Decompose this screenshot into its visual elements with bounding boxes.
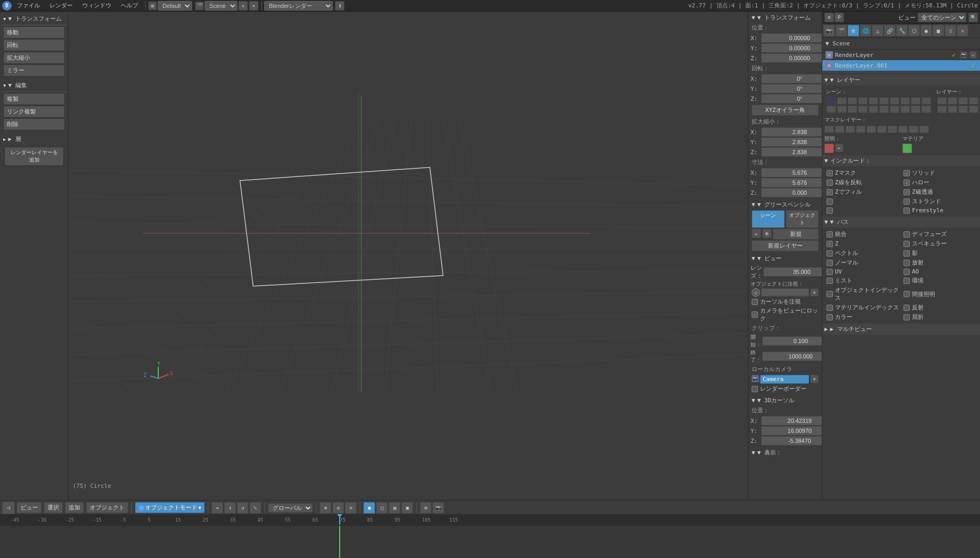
prop-world-icon[interactable]: 🌐 [860,25,871,36]
link-duplicate-btn[interactable]: リンク複製 [3,106,65,118]
grease-edit-btn[interactable]: ⊕ [762,229,772,238]
strand-cb[interactable] [904,198,910,205]
z-cb[interactable] [827,241,833,247]
include-section[interactable]: ▼ インクルード： [822,155,980,166]
camera-btn2[interactable]: 📷 [433,502,444,514]
camera-value[interactable]: Camera [760,375,809,384]
mask-2[interactable] [846,126,855,133]
pos-y-input[interactable] [761,43,822,53]
manipulator-toggle[interactable]: ↔ [212,502,223,514]
zinvert-cb[interactable] [827,179,833,186]
multiview-section[interactable]: ▶ ▶ マルチビュー [822,324,980,335]
toggle-panel-btn[interactable]: ◁ [2,502,15,514]
close-scene-btn[interactable]: × [249,1,258,11]
pos-z-input[interactable] [761,53,822,63]
mask-9[interactable] [919,126,929,133]
dim-x-input[interactable] [761,168,822,177]
scene-layer-4[interactable] [869,97,878,105]
engine-selector[interactable]: Blenderレンダー [264,1,333,11]
ztransp-cb[interactable] [904,189,910,195]
duplicate-btn[interactable]: 複製 [3,93,65,105]
prop-renderlayer-icon[interactable]: ⊞ [848,25,859,36]
dim-z-input[interactable] [761,188,822,197]
overlay-btn[interactable]: ⊞ [420,502,431,514]
normal-cb[interactable] [827,260,833,266]
delete-btn[interactable]: 削除 [3,118,65,130]
select-menu-btn[interactable]: 選択 [44,502,63,513]
diffuse-cb[interactable] [904,231,910,238]
rl-camera-0[interactable]: 📷 [960,51,967,59]
pos-x-input[interactable] [761,33,822,43]
freestyle-cb[interactable] [904,207,910,214]
prop-modifier-icon[interactable]: 🔧 [896,25,908,36]
scene-layer-10[interactable] [827,106,836,113]
look-at-toggle[interactable]: ○ [752,288,760,297]
objidx-cb[interactable] [827,291,833,297]
grease-object-btn[interactable]: オブジェクト [786,210,819,228]
mask-3[interactable] [856,126,866,133]
shadow-cb[interactable] [904,250,910,257]
rot-z-input[interactable] [761,94,822,103]
scene-layer-3[interactable] [858,97,868,105]
transform-section-header[interactable]: ▼ ▼ トランスフォーム [1,14,67,24]
scene-layer-2[interactable] [848,97,857,105]
mask-8[interactable] [909,126,918,133]
search-icon[interactable]: 🔍 [968,13,978,22]
scene-layer-11[interactable] [837,106,847,113]
icon-outline-btn[interactable]: ≡ [824,13,834,22]
scene-layer-12[interactable] [848,106,857,113]
add-render-layer-btn[interactable]: レンダーレイヤーを追加 [4,147,64,166]
scene-layer-16[interactable] [890,106,899,113]
mist-cb[interactable] [827,278,833,284]
cursor-y-input[interactable] [761,426,822,436]
indirect-cb[interactable] [904,291,910,297]
rl-edit-0[interactable]: ✏ [969,51,977,59]
prop-data-icon[interactable]: ⬡ [908,25,920,36]
lens-input[interactable] [763,267,822,277]
prop-texture-icon[interactable]: ▦ [933,25,944,36]
mask-7[interactable] [898,126,908,133]
prop-material-icon[interactable]: ◉ [920,25,932,36]
scale-y-input[interactable] [761,137,822,147]
render-border-cb[interactable] [752,386,758,392]
object-menu-btn[interactable]: オブジェクト [86,502,128,513]
empty-cb[interactable] [827,198,833,205]
render-layer-1[interactable] [948,97,957,105]
edit-section-header[interactable]: ▼ ▼ 編集 [1,80,67,90]
layout-selector[interactable]: Default [158,1,192,11]
prop-physics-icon[interactable]: ⚛ [957,25,968,36]
icon-props-btn[interactable]: P [834,13,844,22]
menu-file[interactable]: ファイル [13,1,44,11]
vector-cb[interactable] [827,250,833,257]
scene-layer-18[interactable] [911,106,920,113]
refraction2-cb[interactable] [904,314,910,320]
render-layer-12[interactable] [958,106,968,113]
uv-cb[interactable] [827,269,833,275]
specular-cb[interactable] [904,241,910,247]
matidx-cb[interactable] [827,305,833,311]
scene-layer-14[interactable] [869,106,878,113]
scene-layer-9[interactable] [921,97,931,105]
look-at-clear[interactable]: × [810,288,819,297]
zmask-cb[interactable] [827,170,833,176]
render-layer-item-1[interactable]: ⊞ RenderLayer.001 ✓ [822,60,980,71]
rl-check-0[interactable]: ✓ [949,51,958,59]
snap-icon[interactable]: ⊕ [320,502,331,514]
render-layer-11[interactable] [948,106,957,113]
menu-render[interactable]: レンダー [45,1,77,11]
mirror-btn[interactable]: ミラー [3,64,65,77]
dim-y-input[interactable] [761,178,822,187]
transform-space-selector[interactable]: グローバル [268,503,313,513]
combined-cb[interactable] [827,231,833,238]
rot-y-input[interactable] [761,84,822,93]
prop-particle-icon[interactable]: ∷ [945,25,956,36]
zfill-cb[interactable] [827,189,833,195]
scene-layer-19[interactable] [921,106,931,113]
light-edit-btn[interactable]: ✏ [835,144,843,152]
add-scene-btn[interactable]: + [238,1,248,11]
solid-display[interactable]: ■ [363,502,375,514]
timeline-content[interactable] [0,526,980,558]
engine-info-btn[interactable]: ℹ [335,1,344,11]
render-layer-3[interactable] [969,97,978,105]
render-layer-10[interactable] [937,106,947,113]
